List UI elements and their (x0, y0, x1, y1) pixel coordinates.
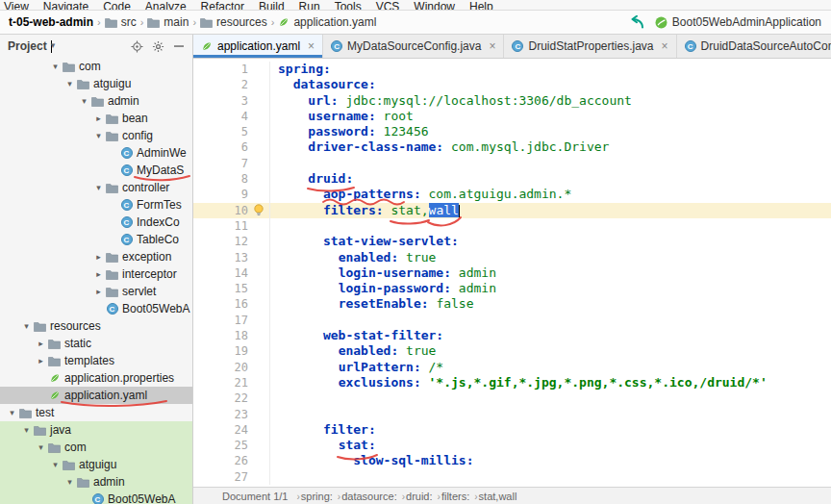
menu-navigate[interactable]: Navigate (43, 0, 88, 11)
tree-item-interceptor[interactable]: ▸interceptor (0, 265, 192, 283)
code-line-2[interactable]: 2 datasource: (193, 77, 831, 92)
chevron-down-icon[interactable]: ▾ (35, 442, 47, 452)
code-line-1[interactable]: 1spring: (193, 62, 831, 77)
back-arrow-icon[interactable] (628, 15, 645, 29)
code-line-24[interactable]: 24 filter: (193, 422, 831, 438)
project-view-selector[interactable]: Project ▾ (8, 39, 52, 53)
chevron-down-icon[interactable]: ▾ (92, 183, 105, 192)
status-path-item[interactable]: stat,wall (479, 491, 517, 502)
breadcrumb-application.yaml[interactable]: application.yaml (278, 15, 376, 29)
chevron-right-icon[interactable]: ▸ (92, 269, 105, 279)
code-line-26[interactable]: 26 slow-sql-millis: (193, 453, 831, 468)
code-line-6[interactable]: 6 driver-class-name: com.mysql.jdbc.Driv… (193, 139, 831, 155)
tree-item-bean[interactable]: ▸bean (0, 110, 192, 127)
status-path-item[interactable]: spring: (301, 491, 333, 502)
menu-tools[interactable]: Tools (335, 0, 362, 11)
close-tab-icon[interactable]: × (489, 39, 495, 53)
code-line-11[interactable]: 11 (193, 218, 831, 234)
chevron-right-icon[interactable]: ▸ (35, 339, 47, 348)
chevron-down-icon[interactable]: ▾ (92, 131, 105, 140)
code-line-18[interactable]: 18 web-stat-filter: (193, 328, 831, 343)
tree-item-admin[interactable]: ▾admin (0, 92, 192, 110)
code-line-20[interactable]: 20 urlPattern: /* (193, 360, 831, 375)
tree-item-MyDataS[interactable]: CMyDataS (0, 162, 192, 179)
menu-view[interactable]: View (4, 0, 29, 11)
tree-item-test[interactable]: ▾test (0, 404, 192, 421)
menu-vcs[interactable]: VCS (376, 0, 400, 11)
code-line-4[interactable]: 4 username: root (193, 109, 831, 124)
locate-file-icon[interactable] (131, 40, 143, 53)
settings-gear-icon[interactable] (152, 40, 164, 53)
tree-item-Boot05WebA[interactable]: CBoot05WebA (0, 300, 192, 317)
code-line-10[interactable]: 10 filters: stat,wall (193, 203, 831, 218)
menu-run[interactable]: Run (299, 0, 320, 11)
status-path-item[interactable]: datasource: (341, 491, 396, 502)
code-line-9[interactable]: 9 aop-patterns: com.atguigu.admin.* (193, 187, 831, 202)
status-path-item[interactable]: filters: (441, 491, 469, 502)
tree-item-com[interactable]: ▾com (0, 58, 192, 75)
hide-panel-icon[interactable] (173, 40, 185, 52)
tree-item-resources[interactable]: ▾resources (0, 317, 192, 335)
menu-window[interactable]: Window (414, 0, 455, 11)
tree-item-TableCo[interactable]: CTableCo (0, 231, 192, 248)
editor[interactable]: 1spring:2 datasource:3 url: jdbc:mysql:/… (193, 59, 831, 487)
chevron-down-icon[interactable]: ▾ (20, 321, 33, 331)
chevron-down-icon[interactable]: ▾ (6, 408, 18, 417)
chevron-down-icon[interactable]: ▾ (63, 79, 76, 88)
tree-item-application.yaml[interactable]: application.yaml (0, 387, 192, 404)
tree-item-atguigu[interactable]: ▾atguigu (0, 75, 192, 92)
chevron-right-icon[interactable]: ▸ (92, 287, 105, 296)
chevron-right-icon[interactable]: ▸ (35, 356, 47, 365)
chevron-right-icon[interactable]: ▸ (92, 113, 105, 123)
status-path-item[interactable]: druid: (406, 491, 433, 502)
tree-item-Boot05WebA[interactable]: CBoot05WebA (0, 491, 192, 504)
code-line-8[interactable]: 8 druid: (193, 171, 831, 187)
code-line-22[interactable]: 22 (193, 391, 831, 406)
chevron-down-icon[interactable]: ▾ (49, 460, 62, 469)
code-line-14[interactable]: 14 login-username: admin (193, 265, 831, 281)
code-line-27[interactable]: 27 (193, 469, 831, 485)
breadcrumb-resources[interactable]: resources (200, 15, 267, 29)
chevron-right-icon[interactable]: ▸ (92, 252, 105, 262)
chevron-down-icon[interactable]: ▾ (20, 425, 33, 435)
tree-item-application.properties[interactable]: application.properties (0, 369, 192, 387)
tree-item-IndexCo[interactable]: CIndexCo (0, 214, 192, 231)
breadcrumb-t-05-web-admin[interactable]: t-05-web-admin (9, 15, 93, 29)
chevron-down-icon[interactable]: ▾ (78, 96, 90, 106)
close-tab-icon[interactable]: × (308, 39, 315, 53)
menu-code[interactable]: Code (103, 0, 131, 11)
breadcrumb-src[interactable]: src (105, 15, 137, 29)
code-line-25[interactable]: 25 stat: (193, 438, 831, 453)
code-line-16[interactable]: 16 resetEnable: false (193, 296, 831, 312)
tree-item-templates[interactable]: ▸templates (0, 352, 192, 369)
tree-item-com[interactable]: ▾com (0, 439, 192, 456)
chevron-down-icon[interactable]: ▾ (49, 62, 62, 71)
menu-analyze[interactable]: Analyze (145, 0, 187, 11)
code-line-23[interactable]: 23 (193, 407, 831, 422)
tree-item-AdminWe[interactable]: CAdminWe (0, 144, 192, 162)
tree-item-admin[interactable]: ▾admin (0, 473, 192, 491)
tree-item-atguigu[interactable]: ▾atguigu (0, 456, 192, 473)
tree-item-exception[interactable]: ▸exception (0, 248, 192, 265)
tree-item-java[interactable]: ▾java (0, 421, 192, 439)
tree-item-servlet[interactable]: ▸servlet (0, 283, 192, 300)
breadcrumb-main[interactable]: main (147, 15, 189, 29)
tab-DruidDataSourceAutoConfigure.java[interactable]: CDruidDataSourceAutoConfigure.java× (677, 35, 831, 58)
tree-item-static[interactable]: ▸static (0, 335, 192, 352)
code-line-21[interactable]: 21 exclusions: '*.js,*.gif,*.jpg,*.png,*… (193, 375, 831, 391)
tree-item-controller[interactable]: ▾controller (0, 179, 192, 196)
close-tab-icon[interactable]: × (662, 39, 668, 53)
tree-item-FormTes[interactable]: CFormTes (0, 196, 192, 214)
code-line-17[interactable]: 17 (193, 313, 831, 328)
code-line-19[interactable]: 19 enabled: true (193, 343, 831, 359)
chevron-down-icon[interactable]: ▾ (63, 477, 76, 487)
code-line-7[interactable]: 7 (193, 156, 831, 171)
menu-help[interactable]: Help (469, 0, 493, 11)
menu-refactor[interactable]: Refactor (201, 0, 244, 11)
code-line-5[interactable]: 5 password: 123456 (193, 124, 831, 139)
tab-MyDataSourceConfig.java[interactable]: CMyDataSourceConfig.java× (323, 35, 504, 58)
code-line-3[interactable]: 3 url: jdbc:mysql://localhost:3306/db_ac… (193, 93, 831, 109)
tree-item-config[interactable]: ▾config (0, 127, 192, 144)
code-line-15[interactable]: 15 login-password: admin (193, 281, 831, 296)
code-line-13[interactable]: 13 enabled: true (193, 250, 831, 265)
